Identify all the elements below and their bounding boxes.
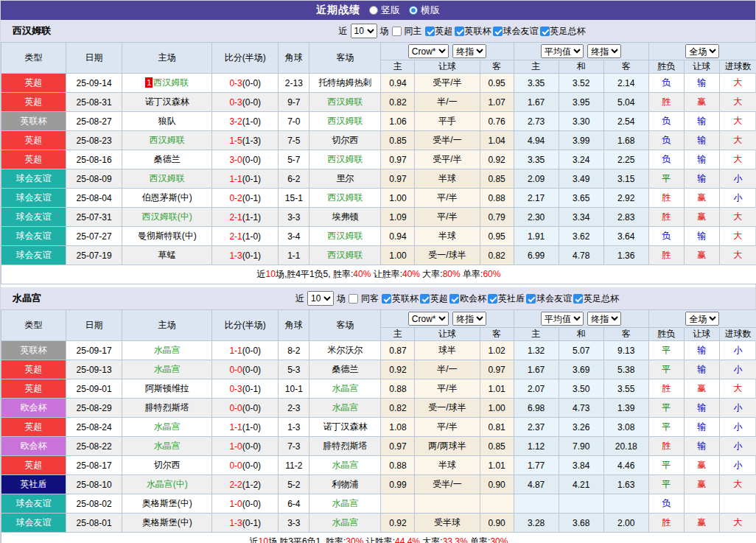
scope-select[interactable]: 全场 <box>685 44 719 58</box>
home-team-name[interactable]: 水晶宫 <box>154 345 181 355</box>
away-team-name[interactable]: 西汉姆联 <box>327 192 363 203</box>
scope-select[interactable]: 全场 <box>685 312 719 326</box>
away-team-name[interactable]: 里尔 <box>336 173 354 183</box>
home-team-name[interactable]: 草蜢 <box>158 250 176 260</box>
full-time-score[interactable]: 0-0 <box>229 365 242 375</box>
home-team-name[interactable]: 切尔西 <box>154 460 181 470</box>
avg-time-select[interactable]: 终指 <box>587 312 621 326</box>
horizontal-radio-icon[interactable] <box>409 6 418 15</box>
result-goals: 小 <box>719 360 756 379</box>
full-time-score[interactable]: 3-0 <box>229 155 242 165</box>
recent-count-select[interactable]: 10 <box>307 291 334 306</box>
avg-away-odds: 3.64 <box>603 227 648 246</box>
away-team-name[interactable]: 水晶宫 <box>332 498 358 508</box>
full-time-score[interactable]: 0-3 <box>229 97 242 108</box>
home-team-name[interactable]: 水晶宫 <box>154 421 181 432</box>
away-team-name[interactable]: 西汉姆联 <box>327 231 363 241</box>
home-team-name[interactable]: 西汉姆联(中) <box>142 211 192 222</box>
league-filter[interactable]: 英社盾 <box>488 292 525 305</box>
league-filter[interactable]: 英足总杯 <box>540 25 586 38</box>
league-filter[interactable]: 英超 <box>420 292 448 305</box>
full-time-score[interactable]: 1-5 <box>229 136 242 146</box>
home-team-name[interactable]: 桑德兰 <box>154 154 181 164</box>
home-team-name[interactable]: 西汉姆联 <box>153 77 189 88</box>
league-checkbox[interactable] <box>449 294 459 304</box>
full-time-score[interactable]: 0-0 <box>229 403 242 413</box>
away-team-name[interactable]: 西汉姆联 <box>327 97 363 107</box>
odds-time-select[interactable]: 终指 <box>452 44 486 58</box>
league-checkbox[interactable] <box>540 27 550 36</box>
full-time-score[interactable]: 0-3 <box>229 78 242 88</box>
away-team-name[interactable]: 西汉姆联 <box>327 116 363 126</box>
away-team-name[interactable]: 西汉姆联 <box>327 250 363 260</box>
league-filter[interactable]: 球会友谊 <box>526 292 572 305</box>
league-checkbox[interactable] <box>425 27 435 36</box>
full-time-score[interactable]: 1-3 <box>229 251 242 261</box>
league-filter[interactable]: 英联杯 <box>382 292 419 305</box>
full-time-score[interactable]: 1-1 <box>229 346 242 356</box>
full-time-score[interactable]: 1-3 <box>229 518 242 528</box>
full-time-score[interactable]: 0-0 <box>229 460 242 471</box>
odds-time-select[interactable]: 终指 <box>452 312 486 326</box>
home-team-name[interactable]: 西汉姆联 <box>150 173 185 183</box>
home-team-name[interactable]: 水晶宫 <box>154 364 181 374</box>
away-team-name[interactable]: 利物浦 <box>332 479 358 489</box>
full-time-score[interactable]: 2-1 <box>229 231 242 242</box>
away-team-name[interactable]: 米尔沃尔 <box>327 345 363 355</box>
layout-horizontal-option[interactable]: 横版 <box>409 4 440 17</box>
away-team-name[interactable]: 腓特烈斯塔 <box>323 441 367 451</box>
same-venue-checkbox[interactable] <box>349 294 358 304</box>
league-filter[interactable]: 英足总杯 <box>573 292 619 305</box>
home-team-name[interactable]: 西汉姆联 <box>150 135 185 145</box>
away-team-name[interactable]: 桑德兰 <box>332 364 358 374</box>
full-time-score[interactable]: 2-1 <box>229 212 242 223</box>
layout-vertical-option[interactable]: 竖版 <box>369 4 400 17</box>
home-team-name[interactable]: 狼队 <box>158 116 176 126</box>
away-team-name[interactable]: 托特纳姆热刺 <box>318 77 371 88</box>
home-team-name[interactable]: 腓特烈斯塔 <box>145 402 189 413</box>
away-team-name[interactable]: 埃弗顿 <box>332 211 358 222</box>
full-time-score[interactable]: 0-2 <box>229 193 242 203</box>
league-checkbox[interactable] <box>455 27 464 36</box>
league-checkbox[interactable] <box>420 294 430 304</box>
recent-count-select[interactable]: 10 <box>351 24 377 38</box>
league-checkbox[interactable] <box>382 294 391 304</box>
home-team-name[interactable]: 水晶宫 <box>154 441 181 451</box>
odds-company-select[interactable]: Crow* <box>408 312 449 326</box>
home-team-name[interactable]: 水晶宫(中) <box>147 479 188 489</box>
home-team-name[interactable]: 奥格斯堡(中) <box>142 517 192 528</box>
full-time-score[interactable]: 3-2 <box>229 116 242 127</box>
away-team-name[interactable]: 水晶宫 <box>332 383 358 393</box>
full-time-score[interactable]: 1-0 <box>229 499 242 509</box>
home-team-name[interactable]: 诺丁汉森林 <box>145 97 189 107</box>
full-time-score[interactable]: 2-2 <box>229 480 242 490</box>
home-team-name[interactable]: 阿斯顿维拉 <box>145 383 189 393</box>
away-team-name[interactable]: 水晶宫 <box>332 460 358 470</box>
league-checkbox[interactable] <box>488 294 497 304</box>
away-team-name[interactable]: 切尔西 <box>332 135 358 145</box>
away-team-name[interactable]: 诺丁汉森林 <box>323 421 367 432</box>
league-checkbox[interactable] <box>493 27 503 36</box>
league-filter[interactable]: 球会友谊 <box>493 25 539 38</box>
avg-type-select[interactable]: 平均值 <box>541 312 584 326</box>
away-team-name[interactable]: 水晶宫 <box>332 517 358 528</box>
avg-type-select[interactable]: 平均值 <box>541 44 584 58</box>
league-checkbox[interactable] <box>526 294 536 304</box>
home-team-name[interactable]: 曼彻斯特联(中) <box>138 231 197 241</box>
full-time-score[interactable]: 1-1 <box>229 174 242 184</box>
league-filter[interactable]: 欧会杯 <box>449 292 486 305</box>
full-time-score[interactable]: 1-1 <box>229 422 242 432</box>
home-team-name[interactable]: 伯恩茅斯(中) <box>142 192 192 203</box>
same-venue-checkbox[interactable] <box>392 27 402 36</box>
avg-time-select[interactable]: 终指 <box>587 44 621 58</box>
home-team-name[interactable]: 奥格斯堡(中) <box>142 498 192 508</box>
away-team-name[interactable]: 西汉姆联 <box>327 154 363 164</box>
full-time-score[interactable]: 0-3 <box>229 384 242 394</box>
league-filter[interactable]: 英联杯 <box>455 25 491 38</box>
league-filter[interactable]: 英超 <box>425 25 453 38</box>
away-team-name[interactable]: 水晶宫 <box>332 402 358 413</box>
league-checkbox[interactable] <box>573 294 583 304</box>
full-time-score[interactable]: 1-0 <box>229 441 242 452</box>
odds-company-select[interactable]: Crow* <box>408 44 449 58</box>
vertical-radio-icon[interactable] <box>369 6 378 15</box>
